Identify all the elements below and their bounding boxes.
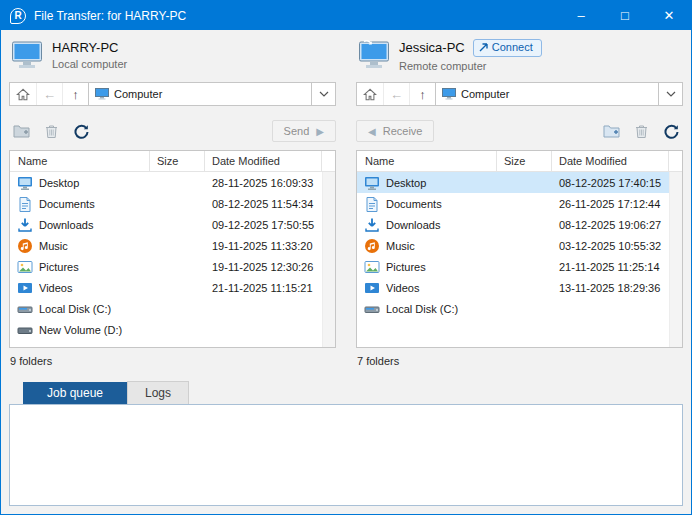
file-row[interactable]: Downloads 09-12-2025 17:50:55: [10, 214, 322, 235]
file-row[interactable]: Local Disk (C:): [10, 298, 322, 319]
local-file-rows: Desktop 28-11-2025 16:09:33 Documents 08…: [10, 172, 322, 347]
file-date: 26-11-2025 17:12:44: [552, 198, 669, 210]
home-button[interactable]: [357, 83, 383, 105]
remote-computer-header: Jessica-PC Connect Remote computer: [358, 36, 683, 74]
column-size[interactable]: Size: [150, 151, 205, 171]
chevron-down-icon[interactable]: [658, 83, 682, 105]
receive-button-label: Receive: [383, 125, 423, 137]
receive-button[interactable]: ◀ Receive: [356, 120, 434, 142]
remote-path-label: Computer: [456, 88, 658, 100]
new-folder-button[interactable]: [599, 120, 623, 142]
file-date: 28-11-2025 16:09:33: [205, 177, 322, 189]
file-row[interactable]: Desktop 28-11-2025 16:09:33: [10, 172, 322, 193]
tab-logs[interactable]: Logs: [127, 381, 189, 404]
connect-icon: [479, 43, 488, 52]
file-date: 09-12-2025 17:50:55: [205, 219, 322, 231]
window-controls: – □ ✕: [559, 1, 691, 30]
file-row[interactable]: Pictures 21-11-2025 11:25:14: [357, 256, 669, 277]
file-row[interactable]: Music 19-11-2025 11:33:20: [10, 235, 322, 256]
file-name: Videos: [386, 282, 497, 294]
new-folder-button[interactable]: [9, 120, 33, 142]
file-name: Pictures: [386, 261, 497, 273]
music-icon: [17, 238, 33, 254]
disk-d-icon: [17, 322, 33, 338]
file-row[interactable]: Videos 13-11-2025 18:29:36: [357, 277, 669, 298]
local-file-list: Name Size Date Modified Desktop 28-11-20…: [9, 150, 336, 348]
remote-computer-name: Jessica-PC: [399, 40, 465, 55]
file-name: Local Disk (C:): [386, 303, 497, 315]
chevron-down-icon[interactable]: [311, 83, 335, 105]
file-name: Desktop: [39, 177, 150, 189]
local-computer-icon: [11, 40, 43, 70]
local-computer-header: HARRY-PC Local computer: [11, 36, 336, 74]
file-name: New Volume (D:): [39, 324, 150, 336]
column-size[interactable]: Size: [497, 151, 552, 171]
file-name: Downloads: [386, 219, 497, 231]
file-row[interactable]: Documents 08-12-2025 11:54:34: [10, 193, 322, 214]
file-date: 19-11-2025 12:30:26: [205, 261, 322, 273]
connect-button[interactable]: Connect: [473, 39, 542, 57]
home-button[interactable]: [10, 83, 36, 105]
remote-scrollbar[interactable]: [669, 172, 682, 347]
titlebar: R File Transfer: for HARRY-PC – □ ✕: [1, 1, 691, 30]
job-queue-panel: [9, 404, 683, 506]
file-row[interactable]: Pictures 19-11-2025 12:30:26: [10, 256, 322, 277]
back-button[interactable]: ←: [383, 83, 409, 105]
file-name: Videos: [39, 282, 150, 294]
up-button[interactable]: ↑: [62, 83, 88, 105]
close-button[interactable]: ✕: [647, 1, 691, 30]
up-button[interactable]: ↑: [409, 83, 435, 105]
computer-icon: [442, 88, 456, 100]
file-date: 13-11-2025 18:29:36: [552, 282, 669, 294]
column-name[interactable]: Name: [10, 151, 150, 171]
file-row[interactable]: New Volume (D:): [10, 319, 322, 340]
app-logo-icon: R: [10, 8, 26, 24]
file-name: Desktop: [386, 177, 497, 189]
column-name[interactable]: Name: [357, 151, 497, 171]
refresh-button[interactable]: [69, 120, 93, 142]
delete-button[interactable]: [629, 120, 653, 142]
local-scrollbar[interactable]: [322, 172, 335, 347]
videos-icon: [17, 280, 33, 296]
file-row[interactable]: Videos 21-11-2025 11:15:21: [10, 277, 322, 298]
file-date: 21-11-2025 11:25:14: [552, 261, 669, 273]
receive-arrow-icon: ◀: [368, 126, 376, 137]
local-status-text: 9 folders: [10, 355, 336, 369]
remote-list-header: Name Size Date Modified: [357, 151, 682, 172]
remote-computer-icon: [358, 40, 390, 70]
send-button[interactable]: Send ▶: [272, 120, 336, 142]
file-date: 08-12-2025 11:54:34: [205, 198, 322, 210]
maximize-button[interactable]: □: [603, 1, 647, 30]
send-arrow-icon: ▶: [316, 126, 324, 137]
file-row[interactable]: Local Disk (C:): [357, 298, 669, 319]
delete-button[interactable]: [39, 120, 63, 142]
bottom-tabs: Job queue Logs: [23, 381, 683, 404]
column-date-modified[interactable]: Date Modified: [205, 151, 322, 171]
file-date: 19-11-2025 11:33:20: [205, 240, 322, 252]
computer-icon: [95, 88, 109, 100]
refresh-button[interactable]: [659, 120, 683, 142]
videos-icon: [364, 280, 380, 296]
tab-job-queue[interactable]: Job queue: [23, 382, 127, 404]
local-path-dropdown[interactable]: Computer: [88, 82, 336, 106]
disk-c-icon: [17, 301, 33, 317]
file-date: 03-12-2025 10:55:32: [552, 240, 669, 252]
remote-file-rows: Desktop 08-12-2025 17:40:15 Documents 26…: [357, 172, 669, 347]
file-row[interactable]: Music 03-12-2025 10:55:32: [357, 235, 669, 256]
local-list-header: Name Size Date Modified: [10, 151, 335, 172]
window-title: File Transfer: for HARRY-PC: [34, 9, 559, 23]
file-transfer-window: R File Transfer: for HARRY-PC – □ ✕ HARR…: [0, 0, 692, 515]
remote-status-text: 7 folders: [357, 355, 683, 369]
minimize-button[interactable]: –: [559, 1, 603, 30]
documents-icon: [364, 196, 380, 212]
file-name: Documents: [386, 198, 497, 210]
column-date-modified[interactable]: Date Modified: [552, 151, 669, 171]
file-row[interactable]: Desktop 08-12-2025 17:40:15: [357, 172, 669, 193]
file-row[interactable]: Downloads 08-12-2025 19:06:27: [357, 214, 669, 235]
music-icon: [364, 238, 380, 254]
file-name: Local Disk (C:): [39, 303, 150, 315]
remote-path-dropdown[interactable]: Computer: [435, 82, 683, 106]
remote-panel: Jessica-PC Connect Remote computer: [356, 34, 683, 369]
file-row[interactable]: Documents 26-11-2025 17:12:44: [357, 193, 669, 214]
back-button[interactable]: ←: [36, 83, 62, 105]
